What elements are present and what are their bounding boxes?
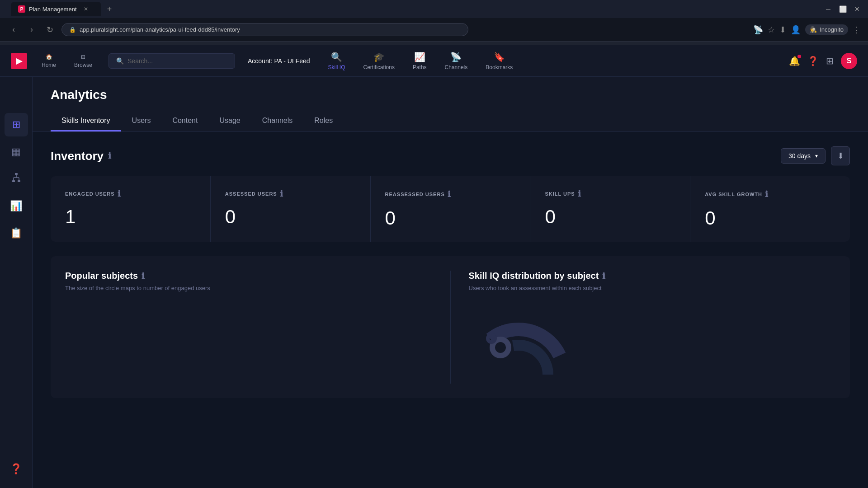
- svg-point-8: [489, 345, 548, 375]
- reports-icon: ▦: [11, 146, 21, 158]
- svg-rect-0: [15, 173, 18, 175]
- account-label: Account: PA - UI Feed: [248, 57, 310, 65]
- chart-divider: [450, 271, 451, 384]
- page-title: Analytics: [51, 88, 850, 102]
- bookmark-icon[interactable]: ☆: [768, 25, 775, 35]
- assessed-users-value: 0: [225, 206, 356, 228]
- tab-channels[interactable]: Channels: [251, 111, 304, 131]
- address-input[interactable]: 🔒 app.pluralsight.com/plan-analytics/pa-…: [61, 23, 468, 36]
- assessed-users-card: ASSESSED USERS ℹ 0: [211, 176, 371, 242]
- reassessed-users-info-icon[interactable]: ℹ: [448, 189, 451, 200]
- tab-skills-inventory[interactable]: Skills Inventory: [51, 111, 121, 131]
- certifications-nav-item[interactable]: 🎓 Certifications: [356, 48, 402, 74]
- svg-rect-2: [18, 180, 20, 182]
- sidebar-item-org[interactable]: [5, 167, 28, 191]
- forward-button[interactable]: ›: [25, 25, 38, 34]
- close-button[interactable]: ✕: [852, 4, 863, 14]
- help-button[interactable]: ❓: [807, 56, 819, 66]
- skill-iq-nav-item[interactable]: 🔍 Skill IQ: [321, 48, 353, 74]
- cast-icon[interactable]: 📡: [753, 25, 763, 35]
- sidebar: ⊞ ▦ 📊 📋 ❓: [0, 77, 33, 488]
- popular-subjects-subtitle: The size of the circle maps to number of…: [65, 285, 432, 291]
- reassessed-users-value: 0: [385, 207, 516, 229]
- org-icon: [11, 172, 22, 186]
- sidebar-item-help[interactable]: ❓: [5, 457, 28, 481]
- analytics-icon: 📊: [10, 200, 22, 212]
- tab-roles[interactable]: Roles: [303, 111, 344, 131]
- browse-icon: ⊟: [81, 54, 85, 60]
- notification-badge: [797, 55, 801, 58]
- stats-row: ENGAGED USERS ℹ 1 ASSESSED USERS ℹ 0 REA…: [51, 176, 850, 242]
- search-bar[interactable]: 🔍 Search...: [108, 53, 235, 69]
- charts-section: Popular subjects ℹ The size of the circl…: [51, 256, 850, 398]
- engaged-users-info-icon[interactable]: ℹ: [118, 189, 121, 199]
- inventory-info-icon[interactable]: ℹ: [108, 151, 111, 161]
- chevron-down-icon: ▾: [815, 153, 818, 159]
- days-filter-dropdown[interactable]: 30 days ▾: [781, 148, 826, 164]
- inventory-header: Inventory ℹ 30 days ▾ ⬇: [51, 146, 850, 165]
- channels-icon: 📡: [450, 52, 462, 62]
- back-button[interactable]: ‹: [7, 25, 20, 34]
- avg-skill-growth-card: AVG SKILL GROWTH ℹ 0: [690, 176, 850, 242]
- download-button[interactable]: ⬇: [831, 146, 850, 165]
- skill-ups-info-icon[interactable]: ℹ: [578, 189, 581, 199]
- skill-iq-info-icon[interactable]: ℹ: [602, 271, 605, 281]
- avg-skill-growth-value: 0: [705, 207, 835, 229]
- tab-users[interactable]: Users: [121, 111, 162, 131]
- skill-iq-distribution-panel: Skill IQ distribution by subject ℹ Users…: [469, 271, 836, 384]
- address-bar-row: ‹ › ↻ 🔒 app.pluralsight.com/plan-analyti…: [0, 18, 868, 42]
- dashboard-icon: ⊞: [12, 119, 20, 131]
- channels-nav-item[interactable]: 📡 Channels: [438, 48, 475, 74]
- notifications-button[interactable]: 🔔: [789, 56, 800, 66]
- bookmarks-nav-item[interactable]: 🔖 Bookmarks: [478, 48, 520, 74]
- popular-subjects-info-icon[interactable]: ℹ: [142, 271, 145, 281]
- reassessed-users-card: REASSESSED USERS ℹ 0: [371, 176, 531, 242]
- home-nav-item[interactable]: 🏠 Home: [34, 50, 63, 72]
- certifications-icon: 🎓: [373, 52, 385, 62]
- new-tab-button[interactable]: +: [103, 3, 116, 15]
- inventory-title: Inventory: [51, 149, 104, 163]
- engaged-users-card: ENGAGED USERS ℹ 1: [51, 176, 211, 242]
- refresh-button[interactable]: ↻: [43, 25, 56, 35]
- list-icon: 📋: [10, 227, 22, 239]
- tab-title: Plan Management: [29, 6, 77, 13]
- bookmarks-icon: 🔖: [494, 52, 505, 62]
- sidebar-item-analytics[interactable]: 📊: [5, 194, 28, 218]
- popular-subjects-chart: [65, 302, 432, 384]
- paths-icon: 📈: [414, 52, 425, 62]
- pluralsight-logo[interactable]: ▶: [11, 53, 27, 69]
- incognito-badge: 🕵 Incognito: [805, 24, 848, 35]
- svg-rect-1: [12, 180, 15, 182]
- analytics-tabs: Skills Inventory Users Content Usage Cha…: [51, 111, 850, 131]
- avg-skill-growth-info-icon[interactable]: ℹ: [765, 189, 769, 200]
- engaged-users-value: 1: [65, 206, 196, 228]
- maximize-button[interactable]: ⬜: [837, 4, 848, 14]
- tab-close-button[interactable]: ✕: [82, 5, 90, 13]
- skill-iq-distribution-title: Skill IQ distribution by subject: [469, 271, 599, 281]
- download-icon: ⬇: [837, 151, 844, 161]
- paths-nav-item[interactable]: 📈 Paths: [406, 48, 434, 74]
- help-circle-icon: ❓: [10, 463, 22, 475]
- apps-grid-button[interactable]: ⊞: [826, 56, 834, 66]
- tab-content[interactable]: Content: [161, 111, 208, 131]
- download-icon[interactable]: ⬇: [779, 25, 786, 35]
- skill-ups-value: 0: [545, 206, 675, 228]
- skill-iq-chart: [469, 302, 836, 366]
- lock-icon: 🔒: [69, 27, 76, 33]
- main-content: Analytics Skills Inventory Users Content…: [33, 77, 868, 488]
- tab-usage[interactable]: Usage: [208, 111, 251, 131]
- sidebar-item-dashboard[interactable]: ⊞: [5, 113, 28, 136]
- browser-titlebar: P Plan Management ✕ + ─ ⬜ ✕: [0, 0, 868, 18]
- assessed-users-info-icon[interactable]: ℹ: [280, 189, 283, 199]
- active-tab[interactable]: P Plan Management ✕: [11, 2, 101, 16]
- analytics-header: Analytics Skills Inventory Users Content…: [33, 77, 868, 132]
- sidebar-item-reports[interactable]: ▦: [5, 140, 28, 164]
- top-navigation: ▶ 🏠 Home ⊟ Browse 🔍 Search... Account: P…: [0, 45, 868, 77]
- menu-icon[interactable]: ⋮: [853, 25, 861, 35]
- sidebar-item-list[interactable]: 📋: [5, 221, 28, 245]
- profile-icon[interactable]: 👤: [791, 25, 801, 35]
- browse-nav-item[interactable]: ⊟ Browse: [67, 50, 99, 72]
- user-avatar[interactable]: S: [841, 53, 857, 69]
- minimize-button[interactable]: ─: [823, 4, 834, 14]
- popular-subjects-title: Popular subjects: [65, 271, 138, 281]
